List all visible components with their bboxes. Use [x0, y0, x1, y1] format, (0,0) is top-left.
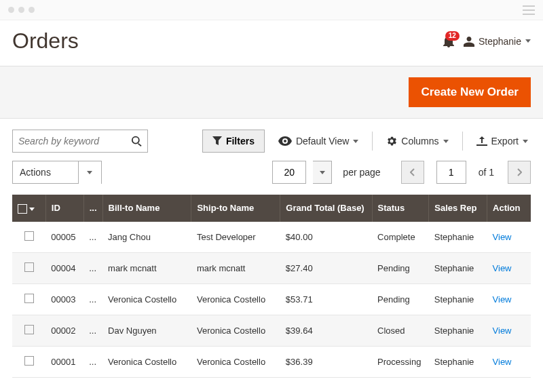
next-page-button[interactable]	[508, 161, 531, 184]
chevron-right-icon	[517, 168, 522, 176]
cell-ellipsis: ...	[83, 283, 102, 315]
cell-ship-to: Veronica Costello	[191, 346, 280, 377]
separator	[372, 132, 373, 151]
row-checkbox[interactable]	[24, 356, 34, 366]
notifications-button[interactable]: 12	[443, 35, 454, 47]
page-header: Orders 12 Stephanie	[0, 20, 543, 66]
action-bar: Create New Order	[0, 66, 543, 119]
export-button[interactable]: Export	[474, 136, 531, 146]
table-row[interactable]: 00004...mark mcnattmark mcnatt$27.40Pend…	[12, 252, 531, 283]
page-total-label: of 1	[479, 167, 494, 178]
filters-button[interactable]: Filters	[202, 130, 265, 153]
cell-status: Closed	[372, 315, 429, 346]
cell-bill-to: mark mcnatt	[102, 252, 191, 283]
window-chrome	[0, 0, 543, 20]
page-size-dropdown-toggle[interactable]	[313, 161, 332, 184]
cell-status: Processing	[372, 346, 429, 377]
cell-sales-rep: Stephanie	[429, 315, 487, 346]
create-new-order-button[interactable]: Create New Order	[409, 77, 531, 107]
window-dots	[8, 7, 35, 13]
cell-id: 00001	[45, 346, 83, 377]
menu-icon[interactable]	[523, 5, 535, 15]
export-icon	[476, 136, 487, 146]
column-ellipsis[interactable]: ...	[83, 195, 102, 222]
current-page-input[interactable]	[436, 161, 466, 184]
view-link[interactable]: View	[493, 263, 512, 273]
cell-status: Complete	[372, 222, 429, 253]
cell-grand-total: $53.71	[280, 283, 372, 315]
page-size-input[interactable]	[272, 161, 306, 184]
column-ship-to[interactable]: Ship-to Name	[191, 195, 280, 222]
cell-sales-rep: Stephanie	[429, 252, 487, 283]
default-view-label: Default View	[296, 136, 349, 146]
cell-sales-rep: Stephanie	[429, 222, 487, 253]
user-icon	[464, 36, 474, 47]
cell-status: Pending	[372, 283, 429, 315]
eye-icon	[278, 136, 292, 146]
cell-ship-to: Veronica Costello	[191, 315, 280, 346]
bulk-actions-select[interactable]: Actions	[12, 161, 102, 184]
orders-table: ID ... Bill-to Name Ship-to Name Grand T…	[12, 195, 531, 378]
search-icon[interactable]	[131, 135, 142, 147]
cell-id: 00002	[45, 315, 83, 346]
cell-status: Pending	[372, 252, 429, 283]
column-action[interactable]: Action	[487, 195, 531, 222]
cell-ship-to: Veronica Costello	[191, 283, 280, 315]
columns-button[interactable]: Columns	[383, 136, 451, 146]
checkbox-icon	[18, 204, 27, 214]
table-row[interactable]: 00003...Veronica CostelloVeronica Costel…	[12, 283, 531, 315]
cell-grand-total: $40.00	[280, 222, 372, 253]
column-bill-to[interactable]: Bill-to Name	[102, 195, 191, 222]
filters-label: Filters	[226, 136, 255, 146]
column-id[interactable]: ID	[45, 195, 83, 222]
column-sales-rep[interactable]: Sales Rep	[429, 195, 487, 222]
column-status[interactable]: Status	[372, 195, 429, 222]
bulk-actions-label: Actions	[13, 161, 78, 183]
toolbar: Filters Default View Columns Export	[0, 119, 543, 158]
table-row[interactable]: 00005...Jang ChouTest Developer$40.00Com…	[12, 222, 531, 253]
chevron-down-icon	[29, 208, 35, 211]
cell-bill-to: Veronica Costello	[102, 283, 191, 315]
chevron-left-icon	[410, 168, 415, 176]
row-checkbox[interactable]	[24, 231, 34, 241]
columns-label: Columns	[401, 136, 438, 146]
view-link[interactable]: View	[493, 232, 512, 242]
chevron-down-icon	[443, 140, 449, 143]
cell-bill-to: Veronica Costello	[102, 346, 191, 377]
cell-ship-to: mark mcnatt	[191, 252, 280, 283]
search-input[interactable]	[18, 136, 131, 146]
cell-grand-total: $36.39	[280, 346, 372, 377]
filter-icon	[212, 136, 222, 146]
search-wrap	[12, 130, 148, 153]
cell-grand-total: $39.64	[280, 315, 372, 346]
cell-bill-to: Jang Chou	[102, 222, 191, 253]
bulk-actions-dropdown-toggle[interactable]	[78, 161, 101, 184]
cell-ship-to: Test Developer	[191, 222, 280, 253]
cell-sales-rep: Stephanie	[429, 346, 487, 377]
chevron-down-icon	[525, 39, 531, 43]
default-view-button[interactable]: Default View	[276, 136, 361, 146]
row-checkbox[interactable]	[24, 294, 34, 303]
cell-bill-to: Dav Nguyen	[102, 315, 191, 346]
user-menu[interactable]: Stephanie	[464, 36, 531, 47]
view-link[interactable]: View	[493, 294, 512, 305]
notification-badge: 12	[445, 31, 460, 41]
chevron-down-icon	[87, 171, 92, 174]
prev-page-button[interactable]	[401, 161, 424, 184]
row-checkbox[interactable]	[24, 325, 34, 334]
separator	[462, 132, 463, 151]
row-checkbox[interactable]	[24, 262, 34, 272]
select-all-header[interactable]	[12, 195, 45, 222]
username-label: Stephanie	[479, 36, 521, 47]
cell-id: 00003	[45, 283, 83, 315]
cell-grand-total: $27.40	[280, 252, 372, 283]
cell-id: 00005	[45, 222, 83, 253]
view-link[interactable]: View	[493, 357, 512, 367]
chevron-down-icon	[523, 140, 528, 143]
table-row[interactable]: 00002...Dav NguyenVeronica Costello$39.6…	[12, 315, 531, 346]
gear-icon	[386, 136, 397, 146]
column-grand-total[interactable]: Grand Total (Base)	[280, 195, 372, 222]
view-link[interactable]: View	[493, 326, 512, 336]
table-row[interactable]: 00001...Veronica CostelloVeronica Costel…	[12, 346, 531, 377]
export-label: Export	[491, 136, 519, 146]
